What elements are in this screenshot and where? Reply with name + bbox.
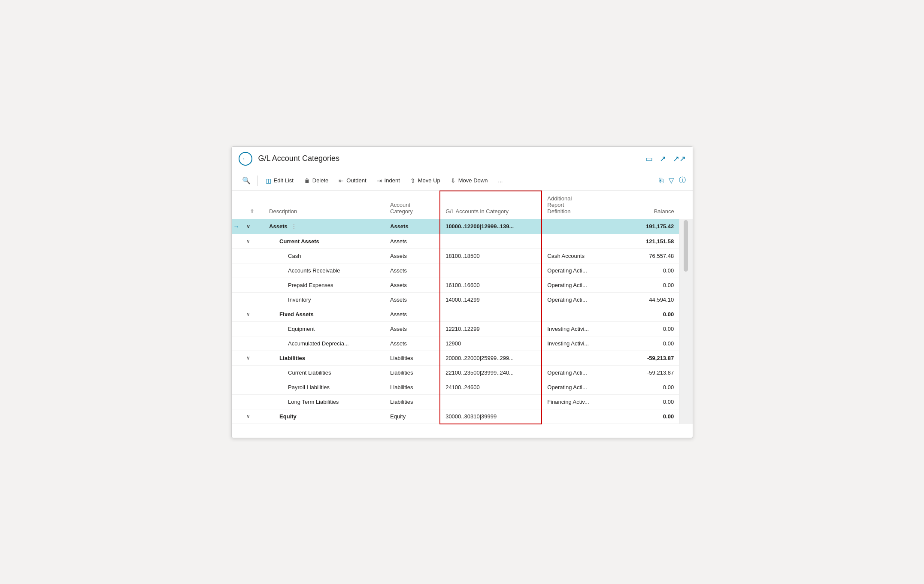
table-row[interactable]: EquipmentAssets12210..12299Investing Act… [232, 321, 693, 336]
gl-accounts-cell: 20000..22000|25999..299... [440, 351, 542, 365]
balance-cell: 0.00 [619, 394, 679, 409]
additional-report-cell [542, 234, 618, 248]
bookmark-icon[interactable]: ▭ [645, 154, 653, 163]
description-cell: Inventory [264, 292, 385, 307]
delete-label: Delete [312, 177, 329, 184]
indent-button[interactable]: ⇥ Indent [373, 175, 404, 187]
row-indicator [232, 292, 245, 307]
outdent-button[interactable]: ⇤ Outdent [334, 175, 370, 187]
expand-button [245, 336, 264, 351]
expand-icon[interactable]: ↗↗ [673, 154, 686, 163]
move-up-label: Move Up [418, 177, 440, 184]
account-category-cell: Liabilities [385, 380, 440, 394]
col-additional-report-header: AdditionalReportDefinition [542, 191, 618, 219]
indent-label: Indent [385, 177, 400, 184]
edit-list-icon: ◫ [266, 177, 271, 184]
table-row[interactable]: Accounts ReceivableAssetsOperating Acti.… [232, 263, 693, 278]
gl-accounts-cell [440, 307, 542, 321]
additional-report-cell: Operating Acti... [542, 365, 618, 380]
table-row[interactable]: →∨Assets⋮Assets10000..12200|12999..139..… [232, 219, 693, 234]
expand-button [245, 292, 264, 307]
more-button[interactable]: ... [494, 175, 507, 186]
table-row[interactable]: ∨Current AssetsAssets121,151.58 [232, 234, 693, 248]
table-row[interactable]: CashAssets18100..18500Cash Accounts76,55… [232, 248, 693, 263]
row-indicator [232, 365, 245, 380]
scrollbar-thumb[interactable] [684, 220, 688, 272]
description-cell: Accumulated Deprecia... [264, 336, 385, 351]
additional-report-cell: Investing Activi... [542, 336, 618, 351]
account-category-cell: Assets [385, 219, 440, 234]
table-body: →∨Assets⋮Assets10000..12200|12999..139..… [232, 219, 693, 424]
share-icon[interactable]: ⎗ [659, 177, 663, 185]
expand-button[interactable]: ∨ [245, 409, 264, 424]
row-indicator [232, 321, 245, 336]
col-expand: ⇧ [245, 191, 264, 219]
page-title: G/L Account Categories [258, 154, 645, 163]
col-description-header: Description [264, 191, 385, 219]
expand-button[interactable]: ∨ [245, 219, 264, 234]
table-row[interactable]: ∨Fixed AssetsAssets0.00 [232, 307, 693, 321]
description-cell: Payroll Liabilities [264, 380, 385, 394]
expand-button [245, 263, 264, 278]
table-row[interactable]: Current LiabilitiesLiabilities22100..235… [232, 365, 693, 380]
gl-categories-table: ⇧ Description AccountCategory G/L Accoun… [232, 191, 693, 424]
main-window: ← G/L Account Categories ▭ ↗ ↗↗ 🔍 ◫ Edit… [231, 146, 693, 438]
expand-button[interactable]: ∨ [245, 351, 264, 365]
more-label: ... [498, 177, 503, 184]
filter-icon[interactable]: ▽ [669, 176, 674, 185]
balance-cell: 0.00 [619, 336, 679, 351]
gl-accounts-cell: 30000..30310|39999 [440, 409, 542, 424]
row-indicator [232, 394, 245, 409]
table-row[interactable]: Accumulated Deprecia...Assets12900Invest… [232, 336, 693, 351]
col-balance-header: Balance [619, 191, 679, 219]
scrollbar-area[interactable] [679, 219, 693, 424]
back-button[interactable]: ← [239, 152, 252, 166]
description-cell: Current Liabilities [264, 365, 385, 380]
table-row[interactable]: InventoryAssets14000..14299Operating Act… [232, 292, 693, 307]
table-row[interactable]: ∨EquityEquity30000..30310|399990.00 [232, 409, 693, 424]
description-cell: Long Term Liabilities [264, 394, 385, 409]
table-row[interactable]: Long Term LiabilitiesLiabilitiesFinancin… [232, 394, 693, 409]
account-category-cell: Equity [385, 409, 440, 424]
description-cell: Cash [264, 248, 385, 263]
account-category-cell: Liabilities [385, 351, 440, 365]
additional-report-cell: Cash Accounts [542, 248, 618, 263]
balance-cell: 0.00 [619, 307, 679, 321]
info-icon[interactable]: ⓘ [679, 176, 686, 185]
expand-button[interactable]: ∨ [245, 307, 264, 321]
drag-handle[interactable]: ⋮ [291, 223, 297, 230]
row-indicator [232, 307, 245, 321]
additional-report-cell: Operating Acti... [542, 380, 618, 394]
account-category-cell: Assets [385, 263, 440, 278]
account-category-cell: Liabilities [385, 394, 440, 409]
move-up-button[interactable]: ⇧ Move Up [406, 175, 445, 187]
move-down-button[interactable]: ⇩ Move Down [446, 175, 492, 187]
edit-list-button[interactable]: ◫ Edit List [261, 175, 298, 187]
search-button[interactable]: 🔍 [239, 175, 254, 186]
gl-accounts-cell: 12900 [440, 336, 542, 351]
title-actions: ▭ ↗ ↗↗ [645, 154, 686, 163]
open-new-icon[interactable]: ↗ [660, 154, 666, 163]
expand-button [245, 365, 264, 380]
table-row[interactable]: ∨LiabilitiesLiabilities20000..22000|2599… [232, 351, 693, 365]
balance-cell: -59,213.87 [619, 351, 679, 365]
move-down-label: Move Down [458, 177, 488, 184]
table-row[interactable]: Prepaid ExpensesAssets16100..16600Operat… [232, 278, 693, 292]
account-category-cell: Assets [385, 307, 440, 321]
col-account-category-header: AccountCategory [385, 191, 440, 219]
outdent-icon: ⇤ [339, 177, 344, 184]
gl-accounts-cell: 22100..23500|23999..240... [440, 365, 542, 380]
row-indicator [232, 248, 245, 263]
col-gl-accounts-header: G/L Accounts in Category [440, 191, 542, 219]
move-down-icon: ⇩ [451, 177, 456, 184]
balance-cell: 191,175.42 [619, 219, 679, 234]
row-indicator [232, 409, 245, 424]
table-row[interactable]: Payroll LiabilitiesLiabilities24100..246… [232, 380, 693, 394]
indent-icon: ⇥ [377, 177, 382, 184]
sort-icon: ⇧ [250, 208, 254, 215]
gl-accounts-cell: 14000..14299 [440, 292, 542, 307]
description-cell: Liabilities [264, 351, 385, 365]
expand-button[interactable]: ∨ [245, 234, 264, 248]
balance-cell: 0.00 [619, 263, 679, 278]
delete-button[interactable]: 🗑 Delete [300, 175, 333, 187]
